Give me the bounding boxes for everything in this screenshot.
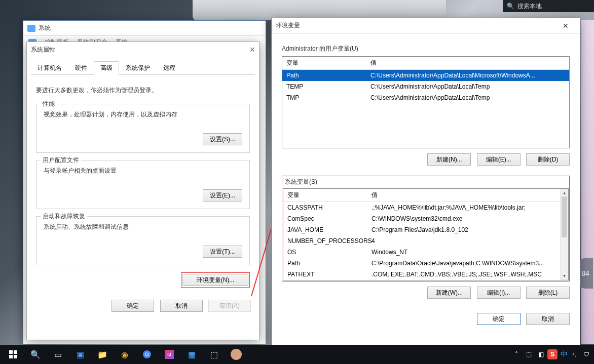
var-value: .COM;.EXE;.BAT;.CMD;.VBS;.VBE;.JS;.JSE;.… bbox=[367, 269, 560, 280]
startup-recovery-settings-button[interactable]: 设置(T)... bbox=[203, 246, 242, 258]
scroll-up-icon[interactable]: ▴ bbox=[561, 189, 568, 197]
close-icon[interactable]: ✕ bbox=[555, 19, 576, 33]
table-row[interactable]: PathC:\ProgramData\Oracle\Java\javapath;… bbox=[283, 258, 560, 269]
startup-recovery-desc: 系统启动、系统故障和调试信息 bbox=[44, 223, 242, 231]
svg-point-8 bbox=[146, 353, 148, 356]
sysprops-title: 系统属性 bbox=[31, 46, 240, 54]
background-decor-right bbox=[581, 20, 594, 344]
env-vars-highlight: 环境变量(N)... bbox=[181, 272, 250, 288]
system-edit-button[interactable]: 编辑(I)... bbox=[477, 287, 521, 299]
user-profile-group: 用户配置文件 与登录帐户相关的桌面设置 设置(E)... bbox=[36, 160, 250, 209]
table-row[interactable]: OSWindows_NT bbox=[283, 247, 560, 258]
var-name: CLASSPATH bbox=[283, 202, 367, 213]
cancel-button[interactable]: 取消 bbox=[160, 300, 203, 312]
taskbar-app[interactable]: ▦ bbox=[180, 345, 203, 364]
sysprops-tabs: 计算机名 硬件 高级 系统保护 远程 bbox=[31, 61, 255, 75]
var-name: Path bbox=[282, 70, 366, 81]
env-title: 环境变量 bbox=[276, 21, 555, 30]
tray-dot-icon[interactable]: •, bbox=[569, 345, 580, 364]
svg-rect-3 bbox=[14, 350, 17, 354]
table-row[interactable]: ComSpecC:\WINDOWS\system32\cmd.exe bbox=[283, 213, 560, 224]
scroll-thumb[interactable] bbox=[562, 197, 567, 237]
user-delete-button[interactable]: 删除(D) bbox=[526, 153, 570, 166]
tray-app-icon[interactable]: ◧ bbox=[535, 345, 546, 364]
ok-button[interactable]: 确定 bbox=[112, 300, 154, 312]
search-icon: 🔍 bbox=[507, 3, 514, 10]
shield-icon[interactable]: 🛡 bbox=[581, 345, 592, 364]
table-row[interactable]: JAVA_HOMEC:\Program Files\Java\jdk1.8.0_… bbox=[283, 224, 560, 235]
apply-button: 应用(A) bbox=[208, 300, 251, 312]
tab-remote[interactable]: 远程 bbox=[157, 61, 182, 74]
user-edit-button[interactable]: 编辑(E)... bbox=[477, 153, 521, 166]
scroll-down-icon[interactable]: ▾ bbox=[561, 272, 568, 280]
table-row[interactable]: CLASSPATH.;%JAVA_HOME%\lib\dt.jar;%JAVA_… bbox=[283, 202, 560, 213]
sysprops-body: 要进行大多数更改，你必须作为管理员登录。 性能 视觉效果，处理器计划，内存使用，… bbox=[27, 75, 259, 295]
performance-settings-button[interactable]: 设置(S)... bbox=[203, 133, 242, 145]
table-row[interactable]: TMP C:\Users\Administrator\AppData\Local… bbox=[282, 92, 569, 103]
col-variable[interactable]: 变量 bbox=[283, 189, 367, 201]
svg-rect-2 bbox=[9, 350, 13, 354]
table-row[interactable]: PATHEXT.COM;.EXE;.BAT;.CMD;.VBS;.VBE;.JS… bbox=[283, 269, 560, 280]
taskbar-app[interactable]: ◉ bbox=[114, 345, 136, 364]
var-name: TMP bbox=[282, 92, 366, 103]
var-value: Windows_NT bbox=[367, 247, 560, 258]
scroll-track[interactable] bbox=[561, 197, 568, 272]
ime-indicator[interactable]: 中 bbox=[561, 350, 568, 359]
performance-desc: 视觉效果，处理器计划，内存使用，以及虚拟内存 bbox=[44, 110, 242, 119]
svg-rect-4 bbox=[9, 355, 13, 358]
col-variable[interactable]: 变量 bbox=[282, 57, 366, 69]
table-row[interactable]: Path C:\Users\Administrator\AppData\Loca… bbox=[282, 70, 569, 81]
user-new-button[interactable]: 新建(N)... bbox=[427, 153, 471, 166]
environment-variables-button[interactable]: 环境变量(N)... bbox=[182, 274, 248, 286]
intellij-icon[interactable]: IJ bbox=[158, 345, 180, 364]
taskbar[interactable]: 🔍 ▭ ▣ 📁 ◉ IJ ▦ ⬚ ˄ ⬚ ◧ S 中 •, 🛡 bbox=[0, 345, 594, 364]
col-value[interactable]: 值 bbox=[366, 57, 569, 69]
var-name: JAVA_HOME bbox=[283, 224, 367, 235]
task-view-icon[interactable]: ▭ bbox=[47, 345, 69, 364]
var-value: C:\Program Files\Java\jdk1.8.0_102 bbox=[367, 224, 560, 235]
var-name: TEMP bbox=[282, 81, 366, 92]
performance-group: 性能 视觉效果，处理器计划，内存使用，以及虚拟内存 设置(S)... bbox=[36, 104, 250, 153]
tab-system-protection[interactable]: 系统保护 bbox=[119, 61, 157, 74]
table-row[interactable]: NUMBER_OF_PROCESSORS4 bbox=[283, 235, 560, 247]
admin-note: 要进行大多数更改，你必须作为管理员登录。 bbox=[36, 86, 250, 95]
sysprops-titlebar[interactable]: 系统属性 × bbox=[27, 42, 259, 57]
user-vars-listbox[interactable]: 变量 值 Path C:\Users\Administrator\AppData… bbox=[282, 56, 570, 148]
user-profile-settings-button[interactable]: 设置(E)... bbox=[203, 189, 242, 201]
system-tray[interactable]: ˄ ⬚ ◧ S 中 •, 🛡 bbox=[511, 345, 592, 364]
performance-legend: 性能 bbox=[41, 100, 57, 108]
environment-variables-dialog: 环境变量 ✕ Administrator 的用户变量(U) 变量 值 Path … bbox=[271, 18, 580, 349]
tab-advanced[interactable]: 高级 bbox=[94, 61, 119, 75]
sogou-ime-icon[interactable]: S bbox=[547, 349, 558, 359]
ok-button[interactable]: 确定 bbox=[477, 313, 521, 325]
tray-app-icon[interactable]: ⬚ bbox=[523, 345, 534, 364]
system-new-button[interactable]: 新建(W)... bbox=[427, 287, 471, 299]
cancel-button[interactable]: 取消 bbox=[526, 313, 570, 325]
var-value: C:\ProgramData\Oracle\Java\javapath;C:\W… bbox=[367, 258, 560, 269]
taskbar-app[interactable]: ▣ bbox=[69, 345, 91, 364]
file-explorer-icon[interactable]: 📁 bbox=[91, 345, 114, 364]
col-value[interactable]: 值 bbox=[367, 189, 560, 201]
env-titlebar[interactable]: 环境变量 ✕ bbox=[272, 18, 580, 33]
var-name: ComSpec bbox=[283, 213, 367, 224]
table-row[interactable]: TEMP C:\Users\Administrator\AppData\Loca… bbox=[282, 81, 569, 92]
tab-hardware[interactable]: 硬件 bbox=[68, 61, 94, 74]
var-value: 4 bbox=[367, 235, 560, 247]
var-value: C:\Users\Administrator\AppData\Local\Tem… bbox=[366, 92, 569, 103]
tab-computer-name[interactable]: 计算机名 bbox=[31, 61, 68, 74]
tray-chevron-up-icon[interactable]: ˄ bbox=[511, 345, 522, 364]
scrollbar[interactable]: ▴ ▾ bbox=[560, 189, 568, 280]
var-name: NUMBER_OF_PROCESSORS bbox=[283, 235, 367, 247]
svg-rect-5 bbox=[14, 355, 17, 358]
system-vars-listbox[interactable]: 变量 值 CLASSPATH.;%JAVA_HOME%\lib\dt.jar;%… bbox=[283, 188, 569, 280]
close-icon[interactable]: × bbox=[240, 45, 255, 55]
var-value: C:\Users\Administrator\AppData\Local\Mic… bbox=[366, 70, 569, 81]
taskbar-app[interactable] bbox=[225, 345, 247, 364]
sysprops-bottom-buttons: 确定 取消 应用(A) bbox=[27, 295, 259, 317]
chrome-icon[interactable] bbox=[136, 345, 158, 364]
system-delete-button[interactable]: 删除(L) bbox=[526, 287, 570, 299]
system-window-titlebar[interactable]: 系统 bbox=[23, 21, 266, 36]
taskbar-app[interactable]: ⬚ bbox=[203, 345, 225, 364]
start-button[interactable] bbox=[2, 345, 24, 364]
search-icon[interactable]: 🔍 bbox=[24, 345, 47, 364]
